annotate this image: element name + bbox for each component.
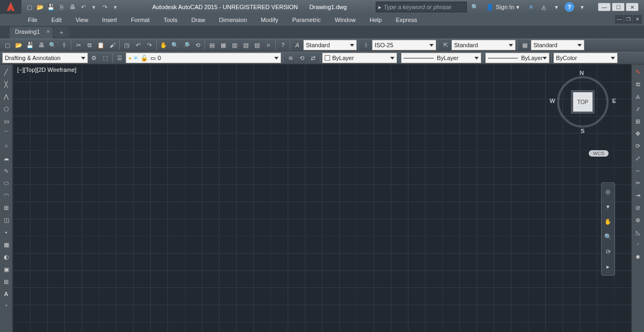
- orbit-icon[interactable]: ⟳: [603, 246, 613, 257]
- mdi-restore[interactable]: ❐: [624, 15, 633, 24]
- wcs-badge[interactable]: WCS: [589, 150, 609, 157]
- markup-icon[interactable]: ▨: [252, 40, 262, 50]
- props-icon[interactable]: ▤: [207, 40, 217, 50]
- ellipsearc-icon[interactable]: ◠: [1, 190, 12, 201]
- publish-icon[interactable]: ⇪: [58, 40, 69, 50]
- rectangle-icon[interactable]: ▭: [1, 116, 12, 127]
- redo-icon[interactable]: ↷: [100, 2, 109, 12]
- workspace-combo[interactable]: Drafting & Annotation: [2, 53, 88, 63]
- menu-insert[interactable]: Insert: [98, 16, 121, 24]
- block-create-icon[interactable]: ◫: [1, 215, 12, 225]
- chamfer-icon[interactable]: ◺: [633, 227, 643, 238]
- polygon-icon[interactable]: ⬠: [1, 104, 12, 114]
- join-icon[interactable]: ⊕: [633, 215, 643, 225]
- trim-icon[interactable]: ✂: [633, 178, 643, 188]
- app-menu-button[interactable]: [0, 0, 21, 14]
- plotstyle-combo[interactable]: ByColor: [553, 53, 618, 63]
- rotate-icon[interactable]: ⟳: [633, 141, 643, 151]
- showmotion-icon[interactable]: ▸: [603, 261, 613, 272]
- workspace-settings-icon[interactable]: ⚙: [89, 53, 99, 63]
- save-doc-icon[interactable]: 💾: [25, 40, 35, 50]
- mirror-icon[interactable]: ⧌: [633, 91, 643, 102]
- undo2-icon[interactable]: ↶: [133, 40, 143, 50]
- save-icon[interactable]: 💾: [46, 2, 56, 12]
- redo-drop-icon[interactable]: ▾: [111, 2, 120, 12]
- mleader-style-combo[interactable]: Standard: [451, 40, 516, 50]
- dimstyle-icon[interactable]: ⟟: [361, 40, 371, 50]
- app-store-icon[interactable]: ◬: [539, 2, 548, 12]
- layermatch-icon[interactable]: ≋: [285, 53, 296, 63]
- ellipse-icon[interactable]: ⬭: [1, 178, 12, 188]
- plot-icon[interactable]: 🖶: [68, 2, 77, 12]
- revcloud-icon[interactable]: ☁: [1, 153, 12, 164]
- break-icon[interactable]: ⊘: [633, 202, 643, 213]
- insert-icon[interactable]: ⊞: [1, 202, 12, 213]
- redo2-icon[interactable]: ↷: [144, 40, 155, 50]
- dim-style-combo[interactable]: ISO-25: [372, 40, 436, 50]
- menu-modify[interactable]: Modify: [257, 16, 282, 24]
- close-button[interactable]: ✕: [626, 3, 639, 11]
- menu-parametric[interactable]: Parametric: [288, 16, 325, 24]
- zoom-tool-icon[interactable]: 🔍: [603, 231, 613, 242]
- quickcalc-icon[interactable]: ⌗: [263, 40, 274, 50]
- paste-icon[interactable]: 📋: [96, 40, 106, 50]
- cut-icon[interactable]: ✂: [73, 40, 84, 50]
- infocenter-search[interactable]: Type a keyword or phrase: [376, 2, 467, 12]
- compass-s[interactable]: S: [581, 128, 584, 134]
- zoomprev-icon[interactable]: ⟲: [192, 40, 203, 50]
- help-icon[interactable]: ?: [565, 2, 574, 12]
- mdi-minimize[interactable]: ―: [615, 15, 624, 24]
- undo-icon[interactable]: ↶: [78, 2, 88, 12]
- menu-draw[interactable]: Draw: [187, 16, 209, 24]
- open-doc-icon[interactable]: 📂: [13, 40, 24, 50]
- nav-drop-icon[interactable]: ▾: [603, 201, 613, 212]
- search-icon[interactable]: 🔍: [470, 2, 480, 12]
- layerstate-icon[interactable]: ⇄: [308, 53, 318, 63]
- array-icon[interactable]: ⊞: [633, 116, 643, 127]
- menu-help[interactable]: Help: [365, 16, 386, 24]
- new-doc-icon[interactable]: ▢: [2, 40, 13, 50]
- dropdown-icon[interactable]: ▾: [552, 2, 561, 12]
- point-icon[interactable]: •: [1, 227, 12, 238]
- signin-button[interactable]: 👤 Sign In ▾: [483, 4, 523, 11]
- menu-express[interactable]: Express: [391, 16, 421, 24]
- plot-doc-icon[interactable]: 🖶: [36, 40, 47, 50]
- fillet-icon[interactable]: ◜: [633, 239, 643, 250]
- table-icon[interactable]: ⊞: [1, 276, 12, 287]
- addsel-icon[interactable]: ⁺: [1, 301, 12, 312]
- toolpal-icon[interactable]: ▥: [229, 40, 240, 50]
- line-icon[interactable]: ╱: [1, 67, 12, 77]
- close-icon[interactable]: ✕: [46, 29, 50, 34]
- arc-icon[interactable]: ⌒: [1, 128, 12, 139]
- saveas-icon[interactable]: ⎘: [57, 2, 67, 12]
- copy2-icon[interactable]: ⧉: [633, 79, 643, 90]
- open-icon[interactable]: 📂: [35, 2, 45, 12]
- maximize-button[interactable]: ☐: [612, 3, 625, 11]
- explode-icon[interactable]: ✸: [633, 252, 643, 262]
- menu-file[interactable]: File: [24, 16, 42, 24]
- steering-wheel-icon[interactable]: ◎: [603, 186, 613, 197]
- hatch-icon[interactable]: ▦: [1, 239, 12, 250]
- spline-icon[interactable]: ∿: [1, 165, 12, 176]
- viewcube-face[interactable]: TOP: [573, 92, 592, 112]
- pan-icon[interactable]: ✋: [158, 40, 169, 50]
- menu-tools[interactable]: Tools: [159, 16, 182, 24]
- gradient-icon[interactable]: ◐: [1, 252, 12, 262]
- compass-w[interactable]: W: [550, 98, 555, 104]
- menu-view[interactable]: View: [71, 16, 93, 24]
- help2-icon[interactable]: ?: [277, 40, 288, 50]
- xline-icon[interactable]: ╳: [1, 79, 12, 90]
- workspace-lock-icon[interactable]: ⬚: [100, 53, 111, 63]
- viewport-label[interactable]: [−][Top][2D Wireframe]: [17, 67, 76, 73]
- polyline-icon[interactable]: ⋀: [1, 91, 12, 102]
- compass-e[interactable]: E: [612, 98, 616, 104]
- match-icon[interactable]: 🖌: [107, 40, 118, 50]
- mleader-icon[interactable]: ⇱: [440, 40, 451, 50]
- sheet-icon[interactable]: ▧: [240, 40, 251, 50]
- tablestyle-icon[interactable]: ▦: [519, 40, 530, 50]
- layer-mgr-icon[interactable]: ☰: [114, 53, 125, 63]
- text-style-combo[interactable]: Standard: [303, 40, 357, 50]
- exchange-icon[interactable]: ✕: [526, 2, 536, 12]
- menu-dimension[interactable]: Dimension: [215, 16, 251, 24]
- layerprev-icon[interactable]: ⟲: [296, 53, 307, 63]
